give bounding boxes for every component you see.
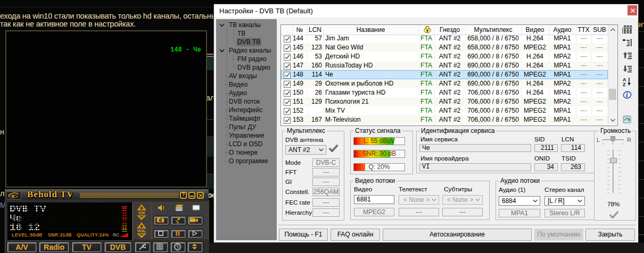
svg-text:Z: Z: [623, 82, 626, 87]
svg-text:i: i: [626, 91, 628, 99]
